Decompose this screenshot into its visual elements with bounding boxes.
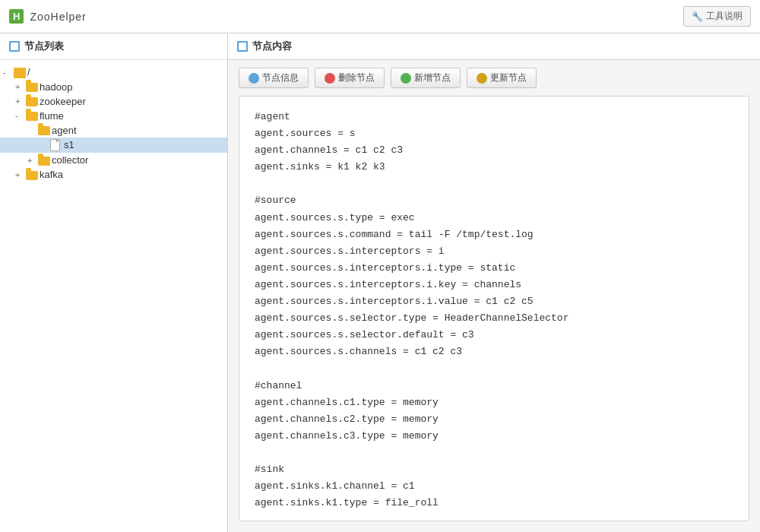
- tree-item-root[interactable]: -/: [0, 65, 227, 80]
- main-layout: 节点列表 -/+hadoop+zookeeper-flumeagents1+co…: [0, 33, 760, 532]
- nodes-panel-icon: [9, 41, 20, 52]
- tree-label-s1: s1: [64, 139, 74, 150]
- app-header: H ZooHelper 🔧 工具说明: [0, 0, 760, 33]
- tree-container: -/+hadoop+zookeeper-flumeagents1+collect…: [0, 60, 227, 532]
- right-panel: 节点内容 节点信息 删除节点 新增节点 更新节点 #agent agent.so…: [228, 33, 760, 532]
- btn-delete-label: 删除节点: [338, 71, 375, 84]
- update-icon: [477, 73, 487, 84]
- folder-icon: [26, 97, 38, 106]
- node-info-button[interactable]: 节点信息: [239, 68, 309, 88]
- tree-toggle-kafka[interactable]: +: [15, 170, 26, 179]
- delete-icon: [325, 73, 335, 84]
- btn-info-label: 节点信息: [262, 71, 299, 84]
- help-icon: 🔧: [692, 11, 703, 22]
- header-left: H ZooHelper: [9, 9, 87, 24]
- tree-toggle-collector[interactable]: +: [27, 156, 38, 165]
- folder-icon: [26, 112, 38, 121]
- tree-item-agent[interactable]: agent: [0, 123, 227, 138]
- tree-item-kafka[interactable]: +kafka: [0, 167, 227, 182]
- tree-toggle-hadoop[interactable]: +: [15, 82, 26, 91]
- content-area: #agent agent.sources = s agent.channels …: [239, 96, 749, 521]
- add-node-button[interactable]: 新增节点: [391, 68, 461, 88]
- tree-toggle-zookeeper[interactable]: +: [15, 97, 26, 106]
- folder-icon: [26, 171, 38, 180]
- content-panel-icon: [237, 41, 248, 52]
- folder-icon: [26, 83, 38, 92]
- tree-label-collector: collector: [52, 154, 88, 166]
- update-node-button[interactable]: 更新节点: [467, 68, 537, 88]
- file-icon: [50, 139, 60, 151]
- tree-item-zookeeper[interactable]: +zookeeper: [0, 94, 227, 109]
- right-panel-header: 节点内容: [228, 33, 760, 60]
- tree-item-hadoop[interactable]: +hadoop: [0, 80, 227, 94]
- left-panel-header: 节点列表: [0, 33, 227, 60]
- btn-add-label: 新增节点: [414, 71, 451, 84]
- tree-label-hadoop: hadoop: [40, 81, 72, 93]
- help-button[interactable]: 🔧 工具说明: [683, 6, 751, 27]
- app-title: ZooHelper: [30, 11, 86, 23]
- left-panel-title: 节点列表: [24, 40, 64, 53]
- tree-label-agent: agent: [52, 125, 77, 136]
- help-label: 工具说明: [706, 10, 743, 23]
- tree-item-s1[interactable]: s1: [0, 138, 227, 154]
- tree-toggle-root[interactable]: -: [3, 68, 14, 77]
- delete-node-button[interactable]: 删除节点: [315, 68, 385, 88]
- tree-toggle-flume[interactable]: -: [15, 111, 26, 120]
- node-content: #agent agent.sources = s agent.channels …: [255, 109, 733, 511]
- logo: H: [9, 9, 24, 24]
- toolbar: 节点信息 删除节点 新增节点 更新节点: [228, 60, 760, 96]
- tree-item-collector[interactable]: +collector: [0, 153, 227, 167]
- folder-icon: [38, 157, 50, 166]
- tree-label-flume: flume: [40, 110, 64, 122]
- tree-label-kafka: kafka: [40, 169, 63, 180]
- tree-label-root: /: [27, 66, 30, 78]
- add-icon: [401, 73, 411, 84]
- right-panel-title: 节点内容: [252, 40, 292, 53]
- info-icon: [249, 73, 259, 84]
- left-panel: 节点列表 -/+hadoop+zookeeper-flumeagents1+co…: [0, 33, 228, 532]
- tree-item-flume[interactable]: -flume: [0, 109, 227, 123]
- btn-update-label: 更新节点: [490, 71, 527, 84]
- tree-label-zookeeper: zookeeper: [40, 96, 86, 107]
- folder-icon: [38, 126, 50, 135]
- root-icon: [14, 68, 26, 78]
